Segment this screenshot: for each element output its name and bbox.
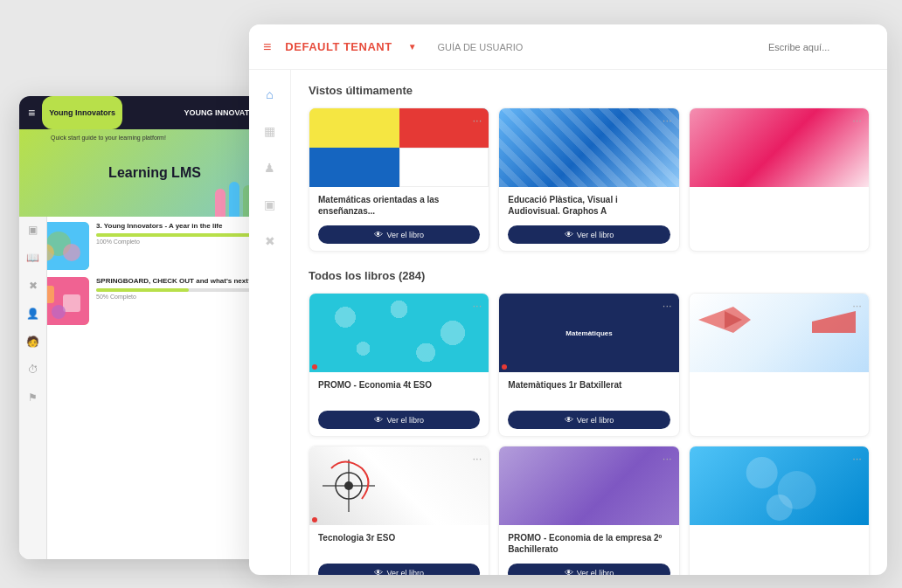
book-card-pink: ··· [689, 107, 870, 252]
eye-icon-7: 👁 [374, 568, 383, 575]
front-hamburger-icon[interactable]: ≡ [263, 39, 271, 55]
book-cover-promo2-wrap: ··· [499, 446, 678, 525]
all-books-grid: ··· PROMO - Economia 4t ESO 👁 Ver el lib… [309, 293, 870, 575]
book-info-tec3: Tecnologia 3r ESO 👁 Ver el libro [309, 525, 489, 575]
front-home-icon[interactable]: ⌂ [260, 84, 281, 105]
book-title-pink [698, 194, 860, 218]
front-topbar: ≡ DEFAULT TENANT ▼ GUÍA DE USUARIO [249, 24, 887, 70]
book-more-icon-9[interactable]: ··· [852, 452, 862, 465]
eye-icon-5: 👁 [565, 415, 573, 425]
red-badge-3 [312, 517, 317, 522]
book-btn-promo2[interactable]: 👁 Ver el libro [508, 564, 670, 575]
book-info-promo2: PROMO - Economia de la empresa 2º Bachil… [499, 525, 678, 575]
section-all-title: Todos los libros (284) [309, 269, 870, 282]
book-cover-airplane [690, 294, 869, 372]
book-info-pink [690, 187, 869, 232]
book-info-promo-eco: PROMO - Economia 4t ESO 👁 Ver el libro [309, 372, 489, 436]
back-tenant-pill: Young Innovators [42, 96, 122, 129]
book-cover-matematicas-wrap: ··· [309, 108, 489, 187]
book-cover-tec3 [309, 446, 489, 525]
book-more-icon-1[interactable]: ··· [472, 114, 482, 127]
book-cover-promo2 [499, 446, 678, 525]
book-card-airplane: ··· [689, 293, 870, 437]
book-cover-extra1-wrap: ··· [690, 446, 869, 525]
book-card-educacio: ··· Educació Plàstica, Visual i Audiovis… [498, 107, 679, 252]
back-clock-icon[interactable]: ⏱ [25, 362, 41, 377]
book-btn-educacio[interactable]: 👁 Ver el libro [508, 225, 670, 244]
book-btn-matematicas[interactable]: 👁 Ver el libro [318, 225, 480, 244]
book-more-icon-5[interactable]: ··· [663, 299, 672, 312]
front-tenant-arrow-icon[interactable]: ▼ [408, 42, 417, 52]
book-card-tec3: ··· Tecnologia 3r ESO 👁 Ver el libro [309, 446, 489, 575]
book-card-mat1: Matemàtiques ··· Matemàtiques 1r Batxill… [498, 293, 679, 437]
book-btn-label-5: Ver el libro [577, 416, 614, 425]
back-person-icon[interactable]: 👤 [25, 306, 41, 322]
svg-point-16 [766, 495, 792, 521]
back-tools-icon[interactable]: ✖ [25, 278, 41, 294]
book-cover-extra1 [690, 446, 869, 525]
book-btn-label-2: Ver el libro [577, 231, 614, 239]
svg-point-3 [63, 244, 80, 261]
back-hamburger-icon[interactable]: ≡ [28, 106, 35, 120]
front-person-icon[interactable]: ♟ [260, 157, 281, 178]
front-tools-icon[interactable]: ✖ [260, 231, 281, 252]
book-cover-pink [690, 108, 869, 187]
back-progress-fill-2 [96, 288, 189, 292]
book-btn-promo-eco[interactable]: 👁 Ver el libro [318, 411, 480, 429]
cover-pattern [499, 108, 678, 187]
book-more-icon-2[interactable]: ··· [663, 114, 672, 127]
book-cover-promo [309, 294, 489, 372]
book-info-mat1: Matemàtiques 1r Batxillerat 👁 Ver el lib… [499, 372, 678, 436]
back-folder-icon[interactable]: ▣ [25, 222, 41, 238]
book-btn-label-7: Ver el libro [386, 569, 424, 576]
book-title-mat1: Matemàtiques 1r Batxillerat [508, 379, 670, 404]
front-book-icon[interactable]: ▣ [260, 194, 281, 215]
recent-books-grid: ··· Matemáticas orientadas a las enseñan… [309, 107, 870, 252]
book-title-extra1 [698, 532, 860, 557]
book-cover-mat1-wrap: Matemàtiques ··· [499, 294, 678, 372]
book-more-icon-8[interactable]: ··· [663, 452, 672, 465]
eye-icon-2: 👁 [565, 230, 573, 239]
book-cover-pink-wrap: ··· [690, 108, 869, 187]
front-window: ≡ DEFAULT TENANT ▼ GUÍA DE USUARIO ⌂ ▦ ♟… [249, 24, 887, 575]
cover-grid-blue [309, 148, 399, 187]
book-title-matematicas: Matemáticas orientadas a las enseñanzas.… [318, 194, 480, 218]
book-btn-label-4: Ver el libro [386, 416, 424, 425]
cover-grid-yellow [309, 108, 399, 148]
back-course-item-1: 3. Young Innovators - A year in the life… [28, 222, 281, 270]
front-tenant-name: DEFAULT TENANT [285, 40, 392, 53]
front-nav-link[interactable]: GUÍA DE USUARIO [438, 42, 524, 52]
book-cover-mat1: Matemàtiques [499, 294, 678, 372]
book-cover-airplane-wrap: ··· [690, 294, 869, 372]
book-cover-tec3-wrap: ··· [309, 446, 489, 525]
svg-point-13 [344, 481, 353, 490]
book-title-tec3: Tecnologia 3r ESO [318, 532, 480, 557]
back-flag-icon[interactable]: ⚑ [25, 390, 41, 405]
section-recent-title: Vistos últimamente [309, 84, 870, 97]
scene: ≡ Young Innovators YOUNG INNOVATORS ▾ ⌂ … [0, 0, 902, 588]
book-card-promo-eco: ··· PROMO - Economia 4t ESO 👁 Ver el lib… [309, 293, 489, 437]
book-more-icon-6[interactable]: ··· [852, 299, 862, 312]
book-more-icon-3[interactable]: ··· [852, 114, 862, 127]
book-more-icon-7[interactable]: ··· [472, 452, 482, 465]
back-hero-sub: Quick start guide to your learning platf… [51, 135, 287, 141]
svg-point-14 [746, 457, 777, 488]
back-hero-title: Learning LMS [108, 165, 201, 181]
cover-grid [309, 108, 489, 187]
book-btn-label-8: Ver el libro [577, 569, 614, 576]
back-book-icon[interactable]: 📖 [25, 250, 41, 266]
book-btn-tec3[interactable]: 👁 Ver el libro [318, 564, 480, 575]
back-user-icon[interactable]: 🧑 [25, 334, 41, 349]
cover-circles [309, 294, 489, 372]
book-more-icon-4[interactable]: ··· [472, 299, 482, 312]
back-course-item-2: SPRINGBOARD, CHECK OUT and what's next? … [28, 277, 281, 325]
front-search-input[interactable] [768, 42, 873, 52]
book-title-promo-eco: PROMO - Economia 4t ESO [318, 379, 480, 404]
airplane-shape [812, 311, 856, 333]
book-btn-mat1[interactable]: 👁 Ver el libro [508, 411, 670, 429]
book-cover-matematicas [309, 108, 489, 187]
book-info-matematicas: Matemáticas orientadas a las enseñanzas.… [309, 187, 489, 251]
front-sidebar: ⌂ ▦ ♟ ▣ ✖ [249, 70, 291, 575]
svg-point-7 [52, 305, 66, 319]
front-main: Vistos últimamente [291, 70, 887, 575]
